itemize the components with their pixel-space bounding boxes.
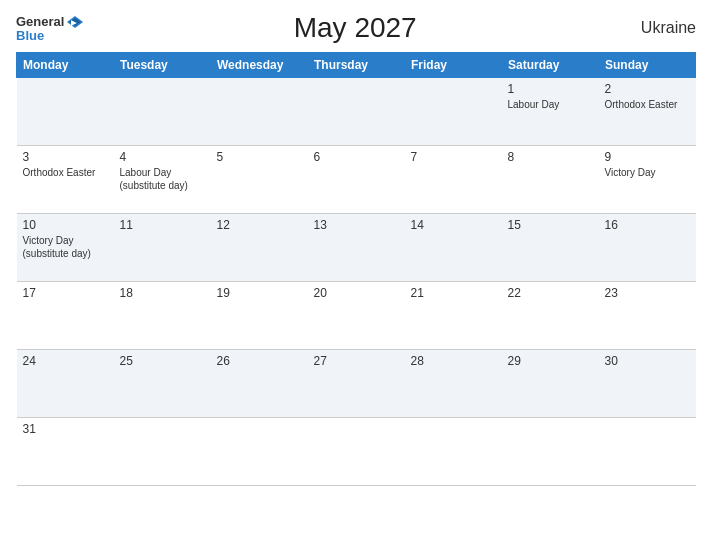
calendar-day-cell: 29 [502,350,599,418]
page-title: May 2027 [84,12,626,44]
calendar-day-cell: 10Victory Day(substitute day) [17,214,114,282]
calendar-day-cell: 18 [114,282,211,350]
column-header-saturday: Saturday [502,53,599,78]
column-header-tuesday: Tuesday [114,53,211,78]
calendar-day-cell: 20 [308,282,405,350]
calendar-day-cell: 27 [308,350,405,418]
calendar-week-row: 24252627282930 [17,350,696,418]
day-number: 10 [23,218,108,232]
day-number: 28 [411,354,496,368]
calendar-week-row: 31 [17,418,696,486]
day-number: 25 [120,354,205,368]
column-header-wednesday: Wednesday [211,53,308,78]
day-number: 24 [23,354,108,368]
day-number: 11 [120,218,205,232]
calendar-day-cell: 28 [405,350,502,418]
calendar-day-cell: 25 [114,350,211,418]
calendar-day-cell: 22 [502,282,599,350]
calendar-day-cell: 4Labour Day(substitute day) [114,146,211,214]
calendar-day-cell: 6 [308,146,405,214]
calendar-day-cell: 13 [308,214,405,282]
calendar-day-cell [308,418,405,486]
day-number: 2 [605,82,690,96]
calendar-day-cell [211,418,308,486]
calendar-day-cell: 24 [17,350,114,418]
day-event-label: Victory Day [605,166,690,179]
day-number: 22 [508,286,593,300]
day-number: 16 [605,218,690,232]
calendar-day-cell: 17 [17,282,114,350]
calendar-day-cell: 5 [211,146,308,214]
calendar-page: General ▶ Blue May 2027 Ukraine MondayTu… [0,0,712,550]
day-number: 7 [411,150,496,164]
day-event-label: Labour Day [508,98,593,111]
day-number: 14 [411,218,496,232]
day-number: 18 [120,286,205,300]
calendar-day-cell: 26 [211,350,308,418]
calendar-day-cell: 19 [211,282,308,350]
day-number: 12 [217,218,302,232]
day-event-label: (substitute day) [120,179,205,192]
logo-general-text: General [16,15,64,28]
calendar-day-cell: 3Orthodox Easter [17,146,114,214]
calendar-day-cell: 15 [502,214,599,282]
day-number: 23 [605,286,690,300]
day-event-label: (substitute day) [23,247,108,260]
calendar-day-cell [405,418,502,486]
column-header-monday: Monday [17,53,114,78]
calendar-day-cell [17,78,114,146]
calendar-day-cell [308,78,405,146]
calendar-week-row: 1Labour Day2Orthodox Easter [17,78,696,146]
calendar-day-cell: 14 [405,214,502,282]
day-number: 8 [508,150,593,164]
calendar-header-row: MondayTuesdayWednesdayThursdayFridaySatu… [17,53,696,78]
logo: General ▶ Blue [16,15,84,42]
day-number: 3 [23,150,108,164]
calendar-table: MondayTuesdayWednesdayThursdayFridaySatu… [16,52,696,486]
calendar-day-cell: 11 [114,214,211,282]
day-number: 29 [508,354,593,368]
calendar-day-cell [599,418,696,486]
calendar-day-cell: 21 [405,282,502,350]
day-event-label: Victory Day [23,234,108,247]
calendar-day-cell [114,78,211,146]
calendar-day-cell [114,418,211,486]
calendar-day-cell [405,78,502,146]
column-header-sunday: Sunday [599,53,696,78]
day-number: 15 [508,218,593,232]
header: General ▶ Blue May 2027 Ukraine [16,12,696,44]
day-number: 13 [314,218,399,232]
calendar-day-cell: 9Victory Day [599,146,696,214]
column-header-thursday: Thursday [308,53,405,78]
day-number: 20 [314,286,399,300]
day-event-label: Labour Day [120,166,205,179]
calendar-day-cell: 1Labour Day [502,78,599,146]
day-number: 30 [605,354,690,368]
day-number: 27 [314,354,399,368]
calendar-day-cell [502,418,599,486]
calendar-week-row: 17181920212223 [17,282,696,350]
day-event-label: Orthodox Easter [23,166,108,179]
day-event-label: Orthodox Easter [605,98,690,111]
day-number: 5 [217,150,302,164]
logo-blue-text: Blue [16,29,84,42]
day-number: 26 [217,354,302,368]
day-number: 9 [605,150,690,164]
day-number: 19 [217,286,302,300]
calendar-day-cell: 31 [17,418,114,486]
day-number: 1 [508,82,593,96]
day-number: 17 [23,286,108,300]
day-number: 21 [411,286,496,300]
day-number: 4 [120,150,205,164]
calendar-day-cell: 2Orthodox Easter [599,78,696,146]
column-header-friday: Friday [405,53,502,78]
calendar-week-row: 10Victory Day(substitute day)11121314151… [17,214,696,282]
day-number: 6 [314,150,399,164]
calendar-day-cell: 23 [599,282,696,350]
country-label: Ukraine [626,19,696,37]
calendar-day-cell: 16 [599,214,696,282]
day-number: 31 [23,422,108,436]
calendar-day-cell: 30 [599,350,696,418]
calendar-day-cell: 8 [502,146,599,214]
calendar-day-cell: 7 [405,146,502,214]
